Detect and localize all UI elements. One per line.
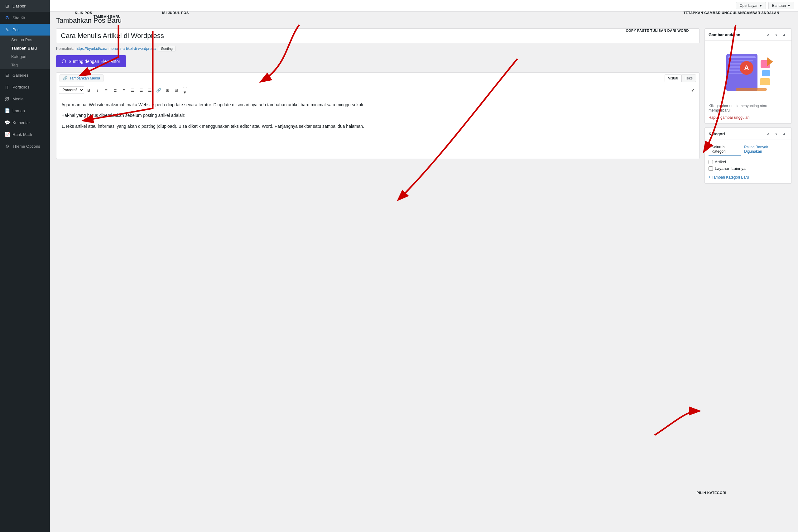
format-select[interactable]: Paragraf [59, 86, 84, 94]
svg-rect-1 [728, 56, 756, 58]
category-metabox: Kategori ∧ ∨ ▲ Seluruh Kategori Paling B… [704, 128, 792, 184]
italic-button[interactable]: I [94, 86, 102, 94]
featured-image-svg: A [717, 48, 779, 98]
tab-paling-banyak[interactable]: Paling Banyak Digunakan [741, 144, 788, 155]
featured-image-body: A Klik gambar untuk menyunting atau memp… [705, 41, 792, 124]
visual-tab[interactable]: Visual [665, 75, 681, 82]
blockquote-button[interactable]: ❝ [120, 86, 128, 94]
rank-math-icon: 📈 [4, 132, 10, 137]
sidebar: ⊞ Dasbor G Site Kit ✎ Pos Semua Pos Tamb… [0, 0, 50, 532]
text-tab[interactable]: Teks [681, 75, 696, 82]
elementor-button[interactable]: ⬡ Sunting dengan Elementor [56, 55, 126, 67]
permalink-edit-button[interactable]: Sunting [158, 46, 175, 52]
category-down[interactable]: ∨ [773, 130, 780, 137]
dasbor-icon: ⊞ [4, 3, 10, 9]
ul-button[interactable]: ≡ [102, 86, 110, 94]
sidebar-sub-kategori[interactable]: Kategori [0, 52, 50, 61]
table2-button[interactable]: ⊟ [172, 86, 180, 94]
sidebar-label-site-kit: Site Kit [13, 16, 25, 20]
sidebar-label-theme-options: Theme Options [13, 144, 40, 149]
add-media-button[interactable]: 🔗 Tambahkan Media [59, 75, 103, 82]
category-metabox-controls: ∧ ∨ ▲ [765, 130, 788, 137]
right-sidebar: Gambar andalan ∧ ∨ ▲ [704, 28, 792, 184]
content-paragraph-2: Hal-hal yang harus dipersiapkan sebelum … [61, 112, 694, 119]
category-close[interactable]: ▲ [781, 130, 788, 137]
annotation-tetapkan-gambar: TETAPKAN GAMBAR UNGGULAN/GAMBAR ANDALAN [684, 11, 779, 15]
post-title-input[interactable] [56, 28, 700, 43]
opsi-layar-button[interactable]: Opsi Layar ▼ [736, 2, 766, 10]
sidebar-item-site-kit[interactable]: G Site Kit [0, 12, 50, 24]
featured-image-remove-link[interactable]: Hapus gambar unggulan [708, 115, 749, 120]
editor-body[interactable]: Agar manfaat Website maksimal, maka Webs… [56, 96, 699, 159]
elementor-label: Sunting dengan Elementor [69, 59, 120, 64]
visual-text-tabs: Visual Teks [665, 75, 696, 82]
more-button[interactable]: ⋯▼ [181, 86, 189, 94]
sidebar-label-dasbor: Dasbor [13, 4, 25, 8]
sidebar-item-theme-options[interactable]: ⚙ Theme Options [0, 140, 50, 152]
sidebar-item-komentar[interactable]: 💬 Komentar [0, 117, 50, 128]
komentar-icon: 💬 [4, 120, 10, 125]
category-checkbox-artikel[interactable] [708, 160, 713, 164]
add-category-link[interactable]: + Tambah Kategori Baru [708, 175, 749, 179]
theme-options-icon: ⚙ [4, 144, 10, 149]
category-header: Kategori ∧ ∨ ▲ [705, 128, 792, 140]
sidebar-label-laman: Laman [13, 109, 25, 113]
add-media-icon: 🔗 [63, 76, 68, 80]
metabox-close[interactable]: ▲ [781, 31, 788, 38]
featured-image-metabox: Gambar andalan ∧ ∨ ▲ [704, 28, 792, 124]
sidebar-item-pos[interactable]: ✎ Pos [0, 24, 50, 36]
category-up[interactable]: ∧ [765, 130, 772, 137]
media-icon: 🖼 [4, 96, 10, 101]
category-checkbox-layanan[interactable] [708, 167, 713, 171]
category-body: Seluruh Kategori Paling Banyak Digunakan… [705, 140, 792, 183]
galleries-icon: ⊟ [4, 72, 10, 78]
fullscreen-button[interactable]: ⤢ [689, 86, 697, 94]
svg-rect-9 [760, 78, 770, 85]
featured-image-preview[interactable]: A [708, 44, 788, 101]
bantuan-button[interactable]: Bantuan ▼ [768, 2, 794, 10]
align-left-button[interactable]: ☰ [129, 86, 136, 94]
page-title: Tambahkan Pos Baru [56, 17, 792, 25]
annotation-isi-judul: ISI JUDUL POS [162, 11, 189, 15]
sidebar-item-laman[interactable]: 📄 Laman [0, 105, 50, 117]
ol-button[interactable]: ≣ [111, 86, 119, 94]
editor-area: 🔗 Tambahkan Media Visual Teks Paragraf [56, 72, 700, 159]
table-button[interactable]: ⊞ [163, 86, 171, 94]
permalink-label: Permalink: [56, 46, 74, 51]
elementor-icon: ⬡ [62, 58, 66, 64]
sidebar-sub-tambah-baru[interactable]: Tambah Baru [0, 44, 50, 52]
bantuan-chevron: ▼ [787, 3, 791, 8]
tab-seluruh-kategori[interactable]: Seluruh Kategori [708, 144, 741, 155]
sidebar-label-rank-math: Rank Math [13, 132, 32, 137]
align-right-button[interactable]: ☰ [146, 86, 154, 94]
laman-icon: 📄 [4, 108, 10, 113]
pos-icon: ✎ [4, 27, 10, 33]
metabox-down[interactable]: ∨ [773, 31, 780, 38]
metabox-up[interactable]: ∧ [765, 31, 772, 38]
bold-button[interactable]: B [85, 86, 93, 94]
sidebar-item-portfolios[interactable]: ◫ Portfolios [0, 81, 50, 93]
featured-image-header: Gambar andalan ∧ ∨ ▲ [705, 29, 792, 41]
add-media-label: Tambahkan Media [70, 76, 100, 80]
permalink-url[interactable]: https://byurl.id/cara-menulis-artikel-di… [76, 46, 156, 51]
annotation-copy-paste: COPY PASTE TULISAN DARI WORD [626, 29, 689, 33]
sidebar-sub-semua-pos[interactable]: Semua Pos [0, 36, 50, 44]
category-tabs: Seluruh Kategori Paling Banyak Digunakan [708, 144, 788, 155]
sidebar-sub-tag[interactable]: Tag [0, 61, 50, 69]
opsi-layar-chevron: ▼ [759, 3, 763, 8]
align-center-button[interactable]: ☰ [137, 86, 145, 94]
category-label-layanan: Layanan Lainnya [715, 166, 746, 171]
sidebar-item-galleries[interactable]: ⊟ Galleries [0, 69, 50, 81]
bantuan-label: Bantuan [772, 3, 786, 8]
opsi-layar-label: Opsi Layar [739, 3, 758, 8]
sidebar-item-media[interactable]: 🖼 Media [0, 93, 50, 105]
sidebar-label-komentar: Komentar [13, 120, 30, 125]
category-title: Kategori [708, 132, 725, 136]
svg-rect-8 [762, 70, 770, 76]
featured-image-note: Klik gambar untuk menyunting atau memper… [708, 104, 788, 113]
link-button[interactable]: 🔗 [155, 86, 163, 94]
portfolios-icon: ◫ [4, 84, 10, 90]
sidebar-item-dasbor[interactable]: ⊞ Dasbor [0, 0, 50, 12]
sidebar-item-rank-math[interactable]: 📈 Rank Math [0, 128, 50, 140]
svg-text:A: A [744, 64, 749, 72]
